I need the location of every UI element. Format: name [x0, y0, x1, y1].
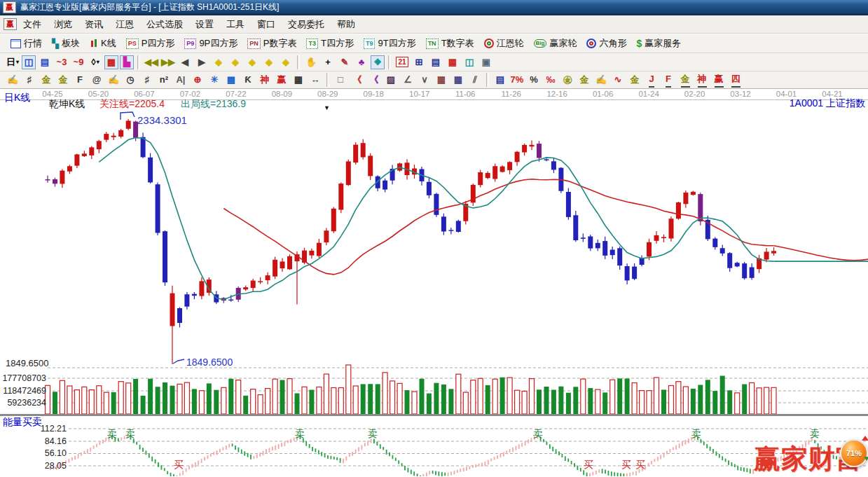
calculator-icon[interactable]: ⊞	[411, 55, 427, 69]
grid-star-icon[interactable]: ▩	[223, 73, 239, 87]
circle-cross-icon[interactable]: ⊕	[190, 73, 205, 87]
candle-style-dropdown[interactable]: ◊▾	[88, 55, 103, 69]
polyline-tool-icon[interactable]: ✎	[337, 55, 352, 69]
j-angle-icon[interactable]: J	[644, 73, 659, 87]
volume-histogram-icon[interactable]: ▙	[120, 55, 134, 69]
k-quote-icon[interactable]: Ƙ	[240, 73, 256, 87]
osc-axis-label-2: 84.16	[1, 436, 67, 446]
notes-icon[interactable]: ▤	[428, 55, 443, 69]
menu-江恩[interactable]: 江恩	[109, 19, 140, 29]
win-angle-icon[interactable]: 赢	[711, 73, 726, 87]
dropdown-marker-icon[interactable]: ▼	[324, 104, 330, 111]
menu-帮助[interactable]: 帮助	[331, 19, 361, 29]
save-icon[interactable]: ▦	[445, 55, 460, 69]
prev-bar-icon[interactable]: ◀	[177, 55, 193, 69]
menu-设置[interactable]: 设置	[189, 19, 220, 29]
diamond-x-icon[interactable]: ◈	[261, 55, 277, 69]
menu-工具[interactable]: 工具	[220, 19, 251, 29]
wave-v-icon[interactable]: ∨	[417, 73, 432, 87]
pattern-window-icon[interactable]: ◫	[22, 55, 36, 69]
diamond-h-icon[interactable]: ◈	[244, 55, 260, 69]
gann-wheel-button[interactable]: 江恩轮	[479, 35, 529, 52]
gann-box-tool-icon[interactable]: ♣	[354, 55, 369, 69]
last-page-icon[interactable]: ▶▶	[160, 55, 176, 69]
winner-wheel-button[interactable]: Big赢家轮	[529, 35, 582, 52]
t9-square-button[interactable]: T99T四方形	[359, 35, 421, 52]
menu-浏览[interactable]: 浏览	[48, 19, 78, 29]
a-line-icon[interactable]: A|	[173, 73, 188, 87]
crosshair-tool-icon[interactable]: +	[320, 55, 336, 69]
shen-angle-icon[interactable]: 神	[694, 73, 710, 87]
price-grid-icon[interactable]: ▦	[434, 73, 449, 87]
menu-资讯[interactable]: 资讯	[78, 19, 109, 29]
p-number-button[interactable]: PNP数字表	[242, 35, 301, 52]
f-ruler-icon[interactable]: F	[72, 73, 88, 87]
pen-line-icon[interactable]: ✍	[593, 73, 609, 87]
pct-line-icon[interactable]: ‰	[543, 73, 558, 87]
kline-chart-canvas[interactable]: 卖卖卖卖卖卖卖买买买买2334.33011849.6500	[0, 89, 868, 477]
span-arrow-icon[interactable]: ↔	[308, 73, 323, 87]
spiral-icon[interactable]: @	[89, 73, 104, 87]
sector-button[interactable]: ▚板块	[47, 35, 85, 52]
pct-icon[interactable]: %	[526, 73, 542, 87]
diamond-left-icon[interactable]: ◈	[211, 55, 226, 69]
win-tool-icon[interactable]: 赢	[274, 73, 289, 87]
period-day-dropdown[interactable]: 日▾	[5, 55, 20, 69]
price-grid2-icon[interactable]: ▦	[450, 73, 466, 87]
info-list-icon[interactable]: ▤	[37, 55, 53, 69]
sector-button-label: 板块	[62, 37, 80, 50]
gann-comb-icon[interactable]: ♯	[22, 73, 37, 87]
menu-文件[interactable]: 文件	[17, 19, 48, 29]
percent-badge[interactable]: 71%	[840, 439, 868, 467]
shen-tool-icon[interactable]: 神	[257, 73, 273, 87]
diamond-right-icon[interactable]: ◈	[228, 55, 243, 69]
grid-123-icon[interactable]: ▦	[291, 73, 306, 87]
hand-tool-icon[interactable]: ✋	[303, 55, 319, 69]
knife-icon[interactable]: ✍	[106, 73, 121, 87]
t-square-button[interactable]: T3T四方形	[301, 35, 358, 52]
calendar-21-icon[interactable]: 21	[394, 55, 410, 69]
market-quotes-button[interactable]: 行情	[6, 35, 47, 52]
purple-fan-icon[interactable]: 《	[366, 73, 382, 87]
menu-交易委托[interactable]: 交易委托	[282, 19, 331, 29]
red-fan-icon[interactable]: 《	[350, 73, 365, 87]
level-list-icon[interactable]: ▤	[492, 73, 508, 87]
wave-3-icon[interactable]: ~3	[54, 55, 69, 69]
f-angle-icon[interactable]: F	[661, 73, 676, 87]
next-bar-icon[interactable]: ▶	[194, 55, 209, 69]
gold-line-icon[interactable]: 金	[577, 73, 592, 87]
brain-pattern-icon[interactable]: ❖	[371, 55, 385, 69]
gold-grid2-icon[interactable]: 金	[55, 73, 71, 87]
kline-button[interactable]: K线	[85, 35, 121, 52]
gold-angle-icon[interactable]: 金	[677, 73, 693, 87]
t-number-button[interactable]: TNT数字表	[421, 35, 479, 52]
print-icon[interactable]: ▣	[478, 55, 494, 69]
network-icon[interactable]: ◫	[462, 55, 477, 69]
n-square-icon[interactable]: n²	[156, 73, 172, 87]
angle-line-icon[interactable]: ∠	[400, 73, 415, 87]
wave-9-icon[interactable]: ~9	[71, 55, 86, 69]
menu-窗口[interactable]: 窗口	[251, 19, 282, 29]
dark-fan-icon[interactable]: ▨	[383, 73, 399, 87]
gold-plain-icon[interactable]: 金	[627, 73, 642, 87]
seven-pct-icon[interactable]: 7%	[509, 73, 525, 87]
slant-lines-icon[interactable]: ⫽	[467, 73, 483, 87]
box-corner-icon[interactable]: □	[333, 73, 348, 87]
winner-service-button[interactable]: $赢家服务	[631, 35, 686, 52]
first-page-icon[interactable]: ◀◀	[144, 55, 159, 69]
four-angle-icon[interactable]: 四	[728, 73, 743, 87]
gold-circle-icon[interactable]: ㊎	[560, 73, 575, 87]
gold-grid-icon[interactable]: 金	[39, 73, 54, 87]
diamond-all-icon[interactable]: ◈	[278, 55, 294, 69]
win-angle-icon-glyph: 赢	[715, 72, 724, 88]
eraser-tool-icon[interactable]: ✍	[5, 73, 20, 87]
qiankun-pattern-icon[interactable]: ▩	[104, 55, 118, 69]
menu-公式选股[interactable]: 公式选股	[140, 19, 189, 29]
hexagon-button[interactable]: 六角形	[581, 35, 631, 52]
p9-square-button[interactable]: P99P四方形	[179, 35, 242, 52]
comb2-icon[interactable]: ♯	[139, 73, 155, 87]
p-square-button[interactable]: PSP四方形	[121, 35, 180, 52]
wave-a-icon[interactable]: ∿	[610, 73, 626, 87]
clock-cycle-icon[interactable]: ◷	[123, 73, 138, 87]
star-burst-icon[interactable]: ✳	[207, 73, 222, 87]
